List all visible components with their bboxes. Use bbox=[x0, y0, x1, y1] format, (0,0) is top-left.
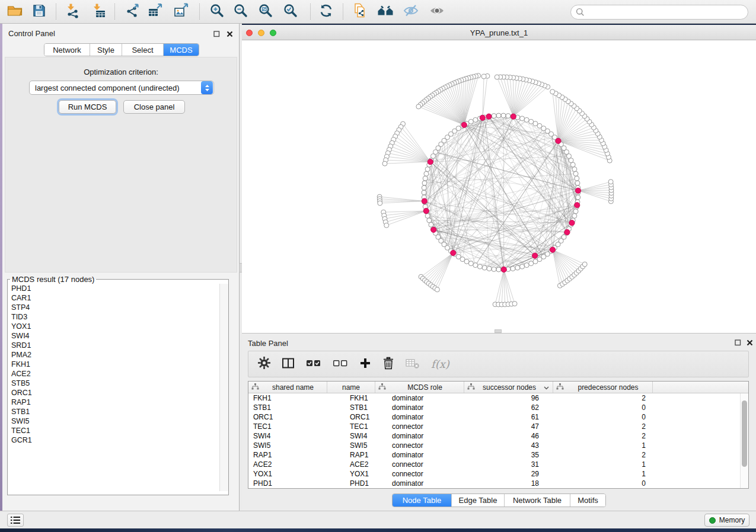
deselect-all-button[interactable] bbox=[333, 358, 348, 371]
table-cell[interactable]: ACE2 bbox=[327, 460, 375, 469]
table-cell[interactable]: dominator bbox=[375, 412, 464, 422]
table-cell[interactable]: 2 bbox=[553, 431, 653, 441]
table-row[interactable]: FKH1FKH1dominator962 bbox=[248, 393, 748, 403]
criterion-dropdown[interactable]: largest connected component (undirected) bbox=[29, 81, 214, 95]
tab-mcds[interactable]: MCDS bbox=[163, 44, 199, 56]
graph-node[interactable] bbox=[520, 116, 525, 121]
result-list-item[interactable]: CAR1 bbox=[8, 293, 220, 303]
result-list-item[interactable]: SRD1 bbox=[8, 341, 220, 350]
graph-node[interactable] bbox=[492, 267, 496, 271]
save-session-button[interactable] bbox=[29, 2, 49, 22]
table-cell[interactable]: STB1 bbox=[248, 403, 327, 412]
table-cell[interactable]: 1 bbox=[553, 441, 653, 450]
table-cell[interactable]: ORC1 bbox=[248, 412, 327, 422]
graph-node[interactable] bbox=[425, 167, 430, 172]
dominator-node[interactable] bbox=[431, 227, 436, 232]
graph-node[interactable] bbox=[464, 259, 469, 264]
graph-node[interactable] bbox=[492, 114, 496, 118]
toggle-columns-button[interactable] bbox=[282, 357, 295, 371]
network-window-titlebar[interactable]: YPA_prune.txt_1 bbox=[242, 25, 756, 40]
dominator-node[interactable] bbox=[423, 208, 429, 213]
status-list-button[interactable] bbox=[7, 514, 24, 527]
import-table-button[interactable] bbox=[88, 2, 109, 22]
table-cell[interactable]: 46 bbox=[464, 431, 553, 441]
graph-node[interactable] bbox=[487, 266, 492, 271]
add-column-button[interactable] bbox=[359, 357, 371, 371]
table-cell[interactable]: 18 bbox=[464, 479, 553, 488]
result-list-item[interactable]: SWI4 bbox=[8, 331, 220, 341]
dominator-node[interactable] bbox=[422, 198, 427, 204]
network-canvas[interactable] bbox=[242, 40, 756, 333]
table-cell[interactable]: 96 bbox=[464, 393, 553, 403]
graph-node[interactable] bbox=[468, 261, 473, 266]
graph-node[interactable] bbox=[481, 74, 486, 79]
table-cell[interactable]: FKH1 bbox=[327, 393, 375, 403]
graph-node[interactable] bbox=[427, 218, 432, 223]
graph-node[interactable] bbox=[378, 201, 382, 206]
import-network-button[interactable] bbox=[62, 2, 82, 22]
table-cell[interactable]: YOX1 bbox=[327, 469, 375, 479]
column-header-predecessor-nodes[interactable]: predecessor nodes bbox=[553, 382, 653, 393]
tab-network-table[interactable]: Network Table bbox=[504, 494, 570, 507]
dominator-node[interactable] bbox=[569, 220, 575, 226]
graph-node[interactable] bbox=[550, 89, 555, 94]
graph-node[interactable] bbox=[416, 104, 421, 109]
result-list-item[interactable]: SWI5 bbox=[8, 416, 220, 426]
graph-node[interactable] bbox=[501, 113, 506, 118]
dominator-node[interactable] bbox=[532, 253, 538, 258]
table-cell[interactable]: ACE2 bbox=[248, 460, 327, 469]
table-cell[interactable]: STB1 bbox=[327, 403, 375, 412]
table-row[interactable]: ACE2ACE2connector311 bbox=[248, 460, 748, 469]
mcds-result-list[interactable]: PHD1CAR1STP4TID3YOX1SWI4SRD1PMA2FKH1ACE2… bbox=[8, 284, 220, 491]
table-cell[interactable]: 1 bbox=[553, 460, 653, 469]
dominator-node[interactable] bbox=[480, 115, 485, 120]
table-cell[interactable]: SWI5 bbox=[248, 441, 327, 450]
tab-select[interactable]: Select bbox=[122, 44, 163, 56]
graph-node[interactable] bbox=[496, 113, 501, 118]
table-cell[interactable]: 31 bbox=[464, 460, 553, 469]
graph-node[interactable] bbox=[582, 262, 587, 267]
graph-node[interactable] bbox=[495, 75, 499, 79]
export-network-button[interactable] bbox=[123, 2, 143, 22]
table-cell[interactable]: RAP1 bbox=[327, 450, 375, 460]
close-table-panel-icon[interactable] bbox=[745, 338, 754, 347]
export-image-button[interactable] bbox=[171, 2, 192, 22]
table-cell[interactable]: 2 bbox=[553, 393, 653, 403]
table-cell[interactable]: 0 bbox=[553, 403, 653, 412]
graph-node[interactable] bbox=[468, 119, 473, 124]
search-input[interactable] bbox=[585, 7, 748, 18]
search-box[interactable] bbox=[570, 5, 748, 20]
table-cell[interactable]: PHD1 bbox=[248, 479, 327, 488]
table-cell[interactable]: 2 bbox=[553, 422, 653, 431]
memory-button[interactable]: Memory bbox=[704, 514, 749, 527]
column-header-name[interactable]: name bbox=[327, 382, 375, 393]
dominator-node[interactable] bbox=[556, 138, 561, 143]
result-list-item[interactable]: YOX1 bbox=[8, 322, 220, 331]
table-scrollbar-thumb[interactable] bbox=[742, 400, 747, 467]
dominator-node[interactable] bbox=[511, 114, 516, 119]
result-list-item[interactable]: PHD1 bbox=[8, 284, 220, 293]
close-panel-icon[interactable] bbox=[225, 30, 234, 38]
table-cell[interactable]: FKH1 bbox=[248, 393, 327, 403]
column-header-shared-name[interactable]: shared name bbox=[248, 382, 327, 393]
table-cell[interactable]: 47 bbox=[464, 422, 553, 431]
result-list-item[interactable]: ORC1 bbox=[8, 388, 220, 398]
dominator-node[interactable] bbox=[428, 159, 433, 165]
table-cell[interactable]: 0 bbox=[553, 479, 653, 488]
result-list-item[interactable]: TEC1 bbox=[8, 426, 220, 435]
graph-node[interactable] bbox=[570, 162, 575, 167]
overview-button[interactable] bbox=[375, 2, 395, 22]
table-cell[interactable]: YOX1 bbox=[248, 469, 327, 479]
graph-node[interactable] bbox=[424, 171, 429, 176]
zoom-selected-button[interactable] bbox=[280, 2, 301, 22]
export-table-button[interactable] bbox=[145, 2, 165, 22]
table-cell[interactable]: ORC1 bbox=[327, 412, 375, 422]
table-cell[interactable]: 62 bbox=[464, 403, 553, 412]
graph-node[interactable] bbox=[435, 287, 439, 292]
column-header-MCDS-role[interactable]: MCDS role bbox=[375, 382, 464, 393]
graph-node[interactable] bbox=[572, 213, 577, 218]
graph-node[interactable] bbox=[423, 176, 428, 181]
table-row[interactable]: SWI5SWI5connector431 bbox=[248, 441, 748, 450]
table-cell[interactable]: RAP1 bbox=[248, 450, 327, 460]
close-panel-button[interactable]: Close panel bbox=[123, 100, 185, 114]
